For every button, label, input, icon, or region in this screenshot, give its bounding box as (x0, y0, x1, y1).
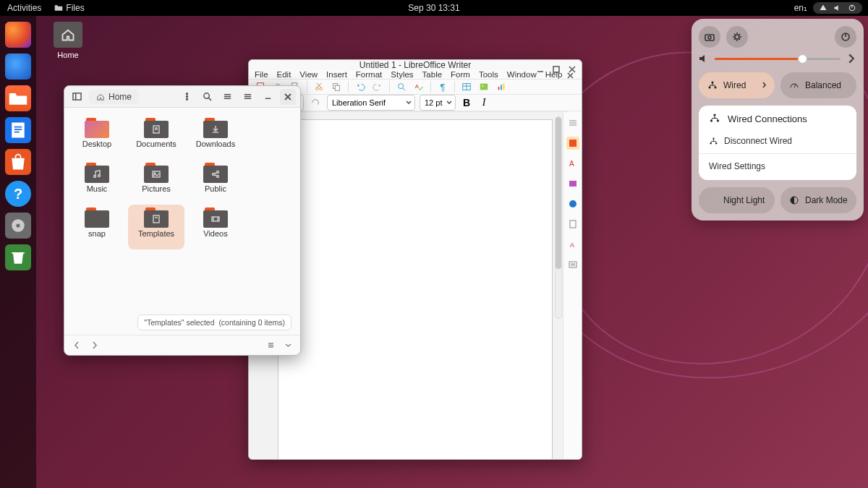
document-page[interactable] (278, 119, 553, 460)
dock-trash[interactable] (5, 244, 31, 270)
hamburger-menu-button[interactable] (239, 89, 255, 105)
settings-button[interactable] (726, 26, 748, 48)
folder-videos[interactable]: Videos (187, 205, 244, 249)
window-titlebar[interactable]: Untitled 1 - LibreOffice Writer (249, 60, 582, 70)
search-button[interactable] (199, 89, 215, 105)
menu-form[interactable]: Form (451, 70, 470, 79)
files-icon-grid[interactable]: DesktopDocumentsDownloadsMusicPicturesPu… (64, 108, 300, 335)
folder-desktop[interactable]: Desktop (69, 115, 125, 160)
menu-help[interactable]: Help (545, 70, 563, 79)
folder-snap[interactable]: snap (69, 205, 125, 249)
wired-toggle[interactable]: Wired (699, 72, 775, 98)
menu-tools[interactable]: Tools (479, 70, 498, 79)
menu-format[interactable]: Format (356, 70, 382, 79)
dock-software[interactable] (5, 149, 31, 175)
insert-chart-button[interactable] (494, 80, 509, 94)
screenshot-button[interactable] (699, 26, 720, 48)
pilcrow-icon: ¶ (441, 82, 446, 93)
chevron-right-icon[interactable] (846, 53, 856, 64)
find-button[interactable] (394, 80, 409, 94)
folder-icon (85, 118, 109, 138)
sidebar-inspector-tab[interactable]: A (566, 238, 579, 251)
folder-icon (144, 118, 169, 138)
dock-libreoffice-writer[interactable] (5, 117, 31, 143)
power-mode-toggle[interactable]: Balanced (780, 72, 856, 98)
path-breadcrumb[interactable]: Home (89, 90, 139, 104)
spellcheck-button[interactable]: A (412, 80, 426, 94)
svg-point-48 (186, 96, 187, 98)
page-icon (568, 219, 578, 229)
view-list-button[interactable] (264, 339, 277, 352)
sidebar-menu-button[interactable] (566, 116, 579, 129)
sidebar-styles-tab[interactable]: A (566, 157, 579, 170)
formatting-marks-button[interactable]: ¶ (435, 80, 450, 94)
power-menu-button[interactable] (835, 26, 856, 48)
view-dropdown-button[interactable] (281, 339, 294, 352)
menu-table[interactable]: Table (422, 70, 443, 79)
activities-button[interactable]: Activities (7, 3, 41, 13)
power-mode-label: Balanced (805, 80, 841, 90)
font-size-combo[interactable]: 12 pt (420, 95, 456, 111)
menu-styles[interactable]: Styles (391, 70, 413, 79)
menu-edit[interactable]: Edit (277, 70, 292, 79)
svg-rect-20 (335, 85, 339, 90)
vertical-scrollbar[interactable] (555, 116, 562, 319)
folder-pictures[interactable]: Pictures (128, 160, 184, 205)
minimize-button[interactable] (260, 89, 276, 105)
bold-button[interactable]: B (460, 97, 473, 108)
system-tray[interactable] (813, 2, 862, 14)
sidebar-manage-changes-tab[interactable] (566, 258, 579, 271)
volume-slider-row (699, 53, 856, 64)
files-app-menu[interactable]: Files (54, 3, 84, 13)
sidebar-properties-tab[interactable] (566, 137, 579, 150)
clock[interactable]: Sep 30 13:31 (408, 3, 459, 13)
sidebar-page-tab[interactable] (566, 218, 579, 231)
menu-file[interactable]: File (255, 70, 268, 79)
close-document-button[interactable] (567, 72, 579, 83)
italic-button[interactable]: I (477, 97, 490, 108)
wired-settings-item[interactable]: Wired Settings (699, 155, 856, 177)
folder-music[interactable]: Music (69, 160, 125, 205)
inspector-icon: A (568, 239, 578, 249)
dock-disk[interactable] (5, 213, 31, 239)
files-headerbar[interactable]: Home (64, 86, 300, 108)
folder-downloads[interactable]: Downloads (187, 115, 244, 160)
undo-button[interactable] (353, 80, 367, 94)
sidebar-navigator-tab[interactable] (566, 197, 579, 210)
update-style-button[interactable] (308, 95, 323, 110)
view-options-button[interactable] (219, 89, 235, 105)
dock-help[interactable]: ? (5, 181, 31, 207)
more-menu-button[interactable] (179, 89, 195, 105)
chevron-right-icon (761, 82, 767, 88)
dock-thunderbird[interactable] (5, 53, 31, 80)
slider-thumb[interactable] (798, 54, 807, 64)
copy-button[interactable] (329, 80, 344, 94)
volume-slider[interactable] (715, 58, 841, 60)
insert-image-button[interactable] (477, 80, 491, 94)
close-button[interactable] (280, 89, 296, 105)
forward-button[interactable] (88, 339, 101, 352)
redo-button[interactable] (370, 80, 385, 94)
disconnect-wired-item[interactable]: Disconnect Wired (699, 130, 856, 152)
sidebar-toggle-button[interactable] (69, 89, 85, 105)
dark-mode-toggle[interactable]: Dark Mode (780, 187, 856, 213)
desktop-home-folder[interactable]: Home (46, 22, 90, 59)
scrollbar-thumb[interactable] (556, 117, 561, 269)
dock-firefox[interactable] (5, 22, 31, 48)
cut-button[interactable] (312, 80, 326, 94)
back-button[interactable] (70, 339, 83, 352)
chart-icon (496, 82, 506, 92)
menu-view[interactable]: View (299, 70, 318, 79)
sidebar-gallery-tab[interactable] (566, 177, 579, 190)
folder-public[interactable]: Public (187, 160, 244, 205)
menu-window[interactable]: Window (507, 70, 537, 79)
search-icon (396, 82, 407, 92)
font-name-combo[interactable]: Liberation Serif (327, 95, 415, 111)
menu-insert[interactable]: Insert (326, 70, 347, 79)
folder-templates[interactable]: Templates (128, 205, 184, 249)
dock-files[interactable] (5, 85, 31, 111)
insert-table-button[interactable] (459, 80, 474, 94)
night-light-toggle[interactable]: Night Light (699, 187, 775, 213)
folder-documents[interactable]: Documents (128, 115, 184, 160)
input-language-indicator[interactable]: en₁ (794, 3, 807, 13)
